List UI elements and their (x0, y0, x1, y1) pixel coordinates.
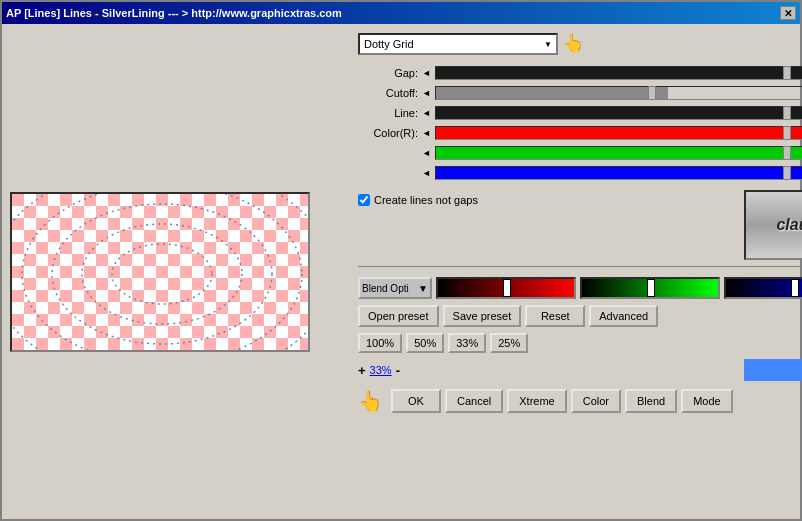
line-slider-row: Line: ◄ ► 10 (358, 104, 802, 122)
mode-button[interactable]: Mode (681, 389, 733, 413)
color-button[interactable]: Color (571, 389, 621, 413)
separator-1 (358, 266, 802, 267)
preview-thumbnail: claudia (744, 190, 802, 260)
blend-green-slider[interactable] (580, 277, 720, 299)
create-lines-label: Create lines not gaps (374, 194, 478, 206)
dropdown-value: Dotty Grid (364, 38, 414, 50)
color-r-slider-track[interactable] (435, 126, 802, 140)
color-r-slider-thumb[interactable] (783, 126, 791, 140)
line-label: Line: (358, 107, 418, 119)
cutoff-slider-row: Cutoff: ◄ ► -1 (358, 84, 802, 102)
zoom-control-row: + 33% - (358, 359, 802, 381)
blend-blue-slider[interactable] (724, 277, 802, 299)
action-buttons-row: 👆 OK Cancel Xtreme Color Blend Mode (358, 389, 802, 413)
gap-label: Gap: (358, 67, 418, 79)
line-left-arrow[interactable]: ◄ (422, 108, 431, 118)
cutoff-left-arrow[interactable]: ◄ (422, 88, 431, 98)
color-g-slider-track[interactable] (435, 146, 802, 160)
checkbox-row: Create lines not gaps (358, 194, 478, 206)
blue-indicator-bar (744, 359, 802, 381)
cutoff-label: Cutoff: (358, 87, 418, 99)
zoom-row: 100% 50% 33% 25% (358, 333, 802, 353)
color-r-slider-fill (436, 127, 802, 139)
line-slider-fill (436, 107, 802, 119)
gap-slider-track[interactable] (435, 66, 802, 80)
blend-green-thumb[interactable] (647, 279, 655, 297)
zoom-plus-button[interactable]: + (358, 363, 366, 378)
color-r-slider-row: Color(R): ◄ ► 0 (358, 124, 802, 142)
color-b-slider-track[interactable] (435, 166, 802, 180)
save-preset-button[interactable]: Save preset (443, 305, 522, 327)
color-g-slider-row: ◄ ► 0 (358, 144, 802, 162)
xtreme-button[interactable]: Xtreme (507, 389, 566, 413)
cutoff-slider-fill (436, 87, 668, 99)
right-panel: Dotty Grid ▼ 👆 Gap: ◄ ► 10 (358, 32, 802, 511)
blend-blue-thumb[interactable] (791, 279, 799, 297)
preset-dropdown[interactable]: Dotty Grid ▼ (358, 33, 558, 55)
dropdown-row: Dotty Grid ▼ 👆 (358, 32, 802, 56)
color-b-slider-fill (436, 167, 802, 179)
blend-red-slider[interactable] (436, 277, 576, 299)
preview-canvas (10, 192, 310, 352)
blend-button[interactable]: Blend (625, 389, 677, 413)
cutoff-slider-track[interactable] (435, 86, 802, 100)
title-bar: AP [Lines] Lines - SilverLining --- > ht… (2, 2, 800, 24)
zoom-100-button[interactable]: 100% (358, 333, 402, 353)
color-b-slider-row: ◄ ► 0 (358, 164, 802, 182)
cancel-button[interactable]: Cancel (445, 389, 503, 413)
blend-sliders-row: Blend Opti ▼ (358, 277, 802, 299)
close-button[interactable]: ✕ (780, 6, 796, 20)
gap-slider-row: Gap: ◄ ► 10 (358, 64, 802, 82)
main-window: AP [Lines] Lines - SilverLining --- > ht… (0, 0, 802, 521)
claudia-text: claudia (776, 216, 802, 234)
canvas-preview (12, 194, 310, 352)
preview-thumb-text: claudia (746, 192, 802, 258)
color-g-slider-thumb[interactable] (783, 146, 791, 160)
left-panel (10, 32, 350, 511)
color-g-slider-fill (436, 147, 802, 159)
advanced-button[interactable]: Advanced (589, 305, 658, 327)
sliders-section: Gap: ◄ ► 10 Cutoff: ◄ (358, 64, 802, 182)
hand-pointer-icon: 👆 (562, 32, 586, 56)
zoom-25-button[interactable]: 25% (490, 333, 528, 353)
preset-buttons-row: Open preset Save preset Reset Advanced (358, 305, 802, 327)
gap-slider-fill (436, 67, 802, 79)
content-area: Dotty Grid ▼ 👆 Gap: ◄ ► 10 (2, 24, 800, 519)
create-lines-checkbox[interactable] (358, 194, 370, 206)
color-r-left-arrow[interactable]: ◄ (422, 128, 431, 138)
color-b-slider-thumb[interactable] (783, 166, 791, 180)
checkbox-preview-row: Create lines not gaps claudia (358, 190, 802, 260)
line-slider-track[interactable] (435, 106, 802, 120)
hand-action-icon: 👆 (358, 389, 383, 413)
reset-button[interactable]: Reset (525, 305, 585, 327)
ok-button[interactable]: OK (391, 389, 441, 413)
chevron-down-icon: ▼ (544, 40, 552, 49)
zoom-minus-button[interactable]: - (396, 363, 400, 378)
window-title: AP [Lines] Lines - SilverLining --- > ht… (6, 7, 780, 19)
color-b-left-arrow[interactable]: ◄ (422, 168, 431, 178)
zoom-50-button[interactable]: 50% (406, 333, 444, 353)
zoom-33-button[interactable]: 33% (448, 333, 486, 353)
gap-left-arrow[interactable]: ◄ (422, 68, 431, 78)
cutoff-slider-thumb[interactable] (648, 86, 656, 100)
line-slider-thumb[interactable] (783, 106, 791, 120)
open-preset-button[interactable]: Open preset (358, 305, 439, 327)
gap-slider-thumb[interactable] (783, 66, 791, 80)
blend-dropdown-arrow: ▼ (418, 283, 428, 294)
blend-red-thumb[interactable] (503, 279, 511, 297)
color-r-label: Color(R): (358, 127, 418, 139)
blend-dropdown[interactable]: Blend Opti ▼ (358, 277, 432, 299)
zoom-current-value[interactable]: 33% (370, 364, 392, 376)
color-g-left-arrow[interactable]: ◄ (422, 148, 431, 158)
blend-dropdown-label: Blend Opti (362, 283, 409, 294)
